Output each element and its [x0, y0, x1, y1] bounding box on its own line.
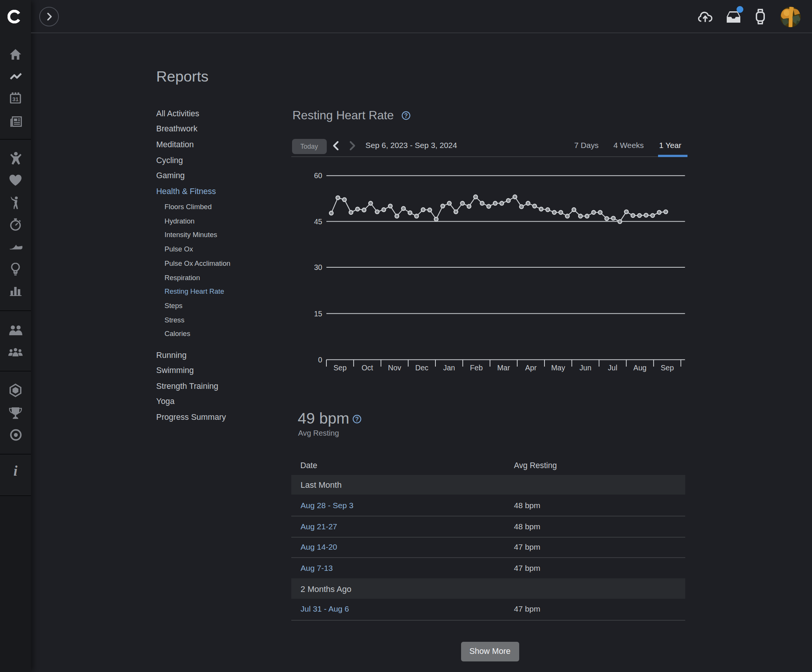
svg-text:15: 15	[314, 309, 322, 318]
svg-text:60: 60	[314, 171, 322, 180]
svg-text:Aug: Aug	[633, 364, 647, 372]
svg-text:0: 0	[318, 356, 322, 364]
svg-text:?: ?	[404, 112, 408, 118]
svg-text:Oct: Oct	[362, 364, 373, 372]
svg-text:Apr: Apr	[525, 364, 537, 372]
svg-text:Jun: Jun	[580, 364, 592, 372]
svg-text:45: 45	[314, 217, 322, 226]
svg-text:Jan: Jan	[443, 364, 455, 372]
svg-text:Mar: Mar	[497, 364, 510, 372]
svg-text:30: 30	[314, 263, 322, 272]
svg-text:Sep: Sep	[661, 364, 674, 372]
svg-text:May: May	[551, 364, 565, 372]
svg-text:?: ?	[355, 416, 359, 422]
svg-text:Feb: Feb	[470, 364, 483, 372]
svg-text:Nov: Nov	[388, 364, 401, 372]
svg-text:31: 31	[12, 96, 19, 102]
svg-text:Sep: Sep	[334, 364, 347, 372]
svg-text:Jul: Jul	[608, 364, 617, 372]
svg-text:Dec: Dec	[415, 364, 429, 372]
